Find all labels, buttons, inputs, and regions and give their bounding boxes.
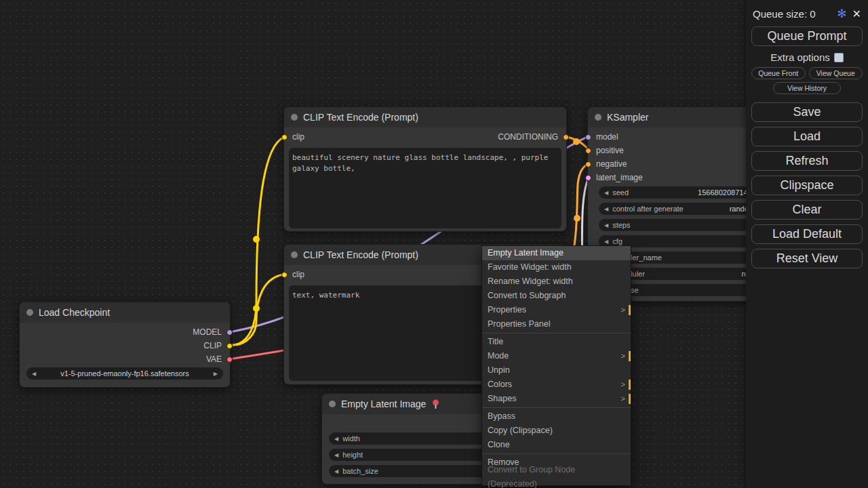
node-title: CLIP Text Encode (Prompt)	[303, 112, 418, 123]
slot-dot-conditioning[interactable]	[563, 134, 569, 140]
menu-item-convert-to-group-node[interactable]: Convert to Group Node (Deprecated)	[482, 470, 631, 484]
stepper-left-arrow[interactable]: ◀	[334, 468, 338, 474]
input-positive[interactable]: positive	[585, 144, 624, 157]
menu-item-favorite-widget[interactable]: Favorite Widget: width	[482, 260, 631, 274]
extra-options-checkbox[interactable]	[834, 53, 844, 62]
collapse-dot-icon[interactable]	[595, 114, 601, 121]
refresh-button[interactable]: Refresh	[751, 151, 863, 171]
menu-item-unpin[interactable]: Unpin	[482, 363, 631, 378]
input-model[interactable]: model	[585, 131, 618, 143]
settings-icon[interactable]: ✻	[837, 7, 846, 21]
widget-name: steps	[612, 221, 630, 229]
link-dot[interactable]	[253, 236, 260, 243]
node-title: Empty Latent Image	[341, 399, 426, 409]
ckpt-name-value: v1-5-pruned-emaonly-fp16.safetensors	[40, 369, 210, 378]
link-dot[interactable]	[253, 305, 260, 312]
slot-label: negative	[596, 159, 627, 169]
extra-options-label: Extra options	[770, 52, 830, 63]
combo-right-arrow[interactable]: ▶	[214, 371, 218, 377]
link-dot[interactable]	[574, 215, 580, 222]
combo-left-arrow[interactable]: ◀	[32, 371, 36, 377]
menu-item-shapes[interactable]: Shapes >	[482, 392, 631, 406]
slot-dot-clip[interactable]	[226, 343, 233, 349]
menu-item-colors[interactable]: Colors >	[482, 378, 631, 392]
reset-view-button[interactable]: Reset View	[751, 249, 863, 268]
output-vae[interactable]: VAE	[206, 353, 233, 365]
close-icon[interactable]: ✕	[852, 7, 861, 20]
stepper-left-arrow[interactable]: ◀	[604, 222, 608, 228]
menu-separator	[482, 453, 631, 454]
slot-dot-latent[interactable]	[585, 175, 591, 181]
view-history-button[interactable]: View History	[773, 82, 841, 94]
input-clip[interactable]: clip	[281, 131, 304, 143]
slot-label: MODEL	[193, 327, 222, 337]
output-model[interactable]: MODEL	[193, 326, 233, 338]
menu-item-properties[interactable]: Properties >	[482, 303, 631, 317]
node-load-checkpoint[interactable]: Load Checkpoint MODEL CLIP VAE ◀ v1-5-pr…	[19, 302, 231, 388]
wire-clip-negative	[233, 274, 288, 345]
stepper-left-arrow[interactable]: ◀	[604, 206, 608, 212]
slot-label: model	[596, 132, 618, 142]
queue-prompt-button[interactable]: Queue Prompt	[751, 26, 863, 46]
collapse-dot-icon[interactable]	[291, 251, 298, 258]
menu-separator	[482, 407, 631, 408]
menu-item-mode[interactable]: Mode >	[482, 349, 631, 363]
steps-widget[interactable]: ◀ steps	[599, 219, 770, 231]
stepper-left-arrow[interactable]: ◀	[334, 436, 338, 442]
graph-canvas[interactable]: Load Checkpoint MODEL CLIP VAE ◀ v1-5-pr…	[0, 0, 868, 488]
collapse-dot-icon[interactable]	[26, 309, 33, 316]
menu-item-clone[interactable]: Clone	[482, 438, 631, 452]
control-after-generate-widget[interactable]: ◀ control after generate randomize	[599, 203, 770, 215]
view-queue-button[interactable]: View Queue	[809, 67, 863, 79]
slot-dot-conditioning[interactable]	[585, 148, 591, 154]
menu-item-title[interactable]: Title	[482, 335, 631, 349]
stepper-left-arrow[interactable]: ◀	[604, 190, 608, 196]
ckpt-name-combo[interactable]: ◀ v1-5-pruned-emaonly-fp16.safetensors ▶	[26, 367, 223, 380]
comfy-menu-panel: Queue size: 0 ✻ ✕ Queue Prompt Extra opt…	[746, 0, 868, 488]
menu-item-copy-clipspace[interactable]: Copy (Clipspace)	[482, 424, 631, 438]
slot-label: VAE	[206, 354, 222, 364]
slot-label: clip	[292, 270, 304, 279]
menu-item-properties-panel[interactable]: Properties Panel	[482, 317, 631, 331]
stepper-left-arrow[interactable]: ◀	[334, 452, 338, 458]
menu-item-label: Mode	[488, 349, 509, 363]
menu-item-bypass[interactable]: Bypass	[482, 409, 631, 424]
slot-dot-vae[interactable]	[226, 357, 233, 363]
menu-item-label: Shapes	[488, 392, 516, 406]
slot-dot-conditioning[interactable]	[585, 161, 591, 167]
link-dot[interactable]	[573, 138, 580, 145]
menu-item-rename-widget[interactable]: Rename Widget: width	[482, 274, 631, 289]
slot-dot-clip[interactable]	[281, 272, 288, 278]
seed-widget[interactable]: ◀ seed 1566802087144563	[599, 186, 770, 199]
slot-label: latent_image	[596, 173, 643, 182]
widget-name: height	[342, 451, 363, 459]
slot-dot-model[interactable]	[226, 329, 233, 336]
node-titlebar[interactable]: CLIP Text Encode (Prompt)	[284, 107, 566, 127]
widget-name: control after generate	[612, 205, 684, 213]
load-button[interactable]: Load	[751, 127, 863, 146]
collapse-dot-icon[interactable]	[291, 114, 298, 121]
menu-item-label: Colors	[488, 378, 512, 392]
output-clip[interactable]: CLIP	[203, 340, 233, 352]
collapse-dot-icon[interactable]	[329, 401, 336, 407]
stepper-left-arrow[interactable]: ◀	[604, 239, 608, 245]
node-clip-text-encode-positive[interactable]: CLIP Text Encode (Prompt) clip CONDITION…	[283, 106, 567, 232]
submenu-arrow-icon: >	[621, 303, 625, 317]
slot-dot-clip[interactable]	[281, 134, 288, 140]
load-default-button[interactable]: Load Default	[751, 224, 863, 244]
input-negative[interactable]: negative	[585, 158, 627, 170]
submenu-arrow-icon: >	[621, 349, 625, 363]
clear-button[interactable]: Clear	[751, 200, 863, 220]
input-latent-image[interactable]: latent_image	[585, 171, 643, 184]
output-conditioning[interactable]: CONDITIONING	[498, 131, 569, 143]
menu-item-convert-to-subgraph[interactable]: Convert to Subgraph	[482, 289, 631, 303]
node-titlebar[interactable]: Load Checkpoint	[20, 302, 230, 323]
input-clip[interactable]: clip	[281, 268, 304, 281]
slot-dot-model[interactable]	[585, 134, 591, 140]
prompt-textarea[interactable]: beautiful scenery nature glass bottle la…	[289, 148, 561, 228]
clipspace-button[interactable]: Clipspace	[751, 176, 863, 195]
pin-icon	[431, 399, 440, 409]
context-menu-title: Empty Latent Image	[482, 246, 631, 260]
queue-front-button[interactable]: Queue Front	[751, 67, 806, 79]
save-button[interactable]: Save	[751, 102, 863, 122]
